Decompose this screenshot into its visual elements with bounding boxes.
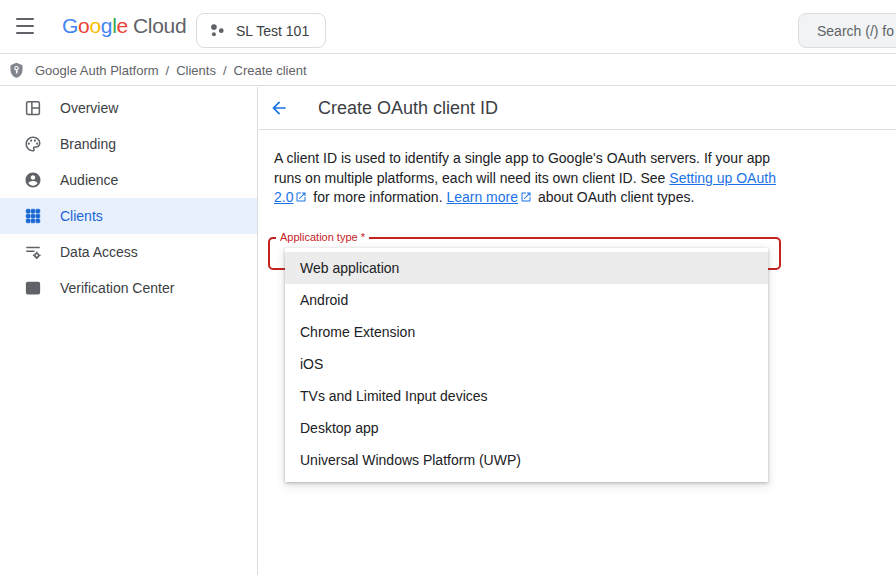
menu-option-android[interactable]: Android [285,284,768,316]
sidebar-item-clients[interactable]: Clients [0,198,257,234]
project-name: SL Test 101 [236,23,309,39]
project-selector[interactable]: SL Test 101 [196,13,326,48]
account-circle-icon [24,171,42,189]
sidebar-item-label: Audience [60,172,118,188]
menu-option-desktop-app[interactable]: Desktop app [285,412,768,444]
breadcrumb-google-auth-platform[interactable]: Google Auth Platform [35,63,159,78]
sidebar-item-label: Clients [60,208,103,224]
breadcrumb-separator: / [223,63,227,78]
menu-icon[interactable] [16,18,36,34]
breadcrumb: Google Auth Platform / Clients / Create … [0,55,896,86]
overview-icon [24,99,42,117]
arrow-back-icon [269,98,289,118]
sidebar-item-audience[interactable]: Audience [0,162,257,198]
sidebar-item-data-access[interactable]: Data Access [0,234,257,270]
page-title: Create OAuth client ID [318,98,498,119]
client-id-description: A client ID is used to identify a single… [274,149,782,208]
sidebar-item-branding[interactable]: Branding [0,126,257,162]
logo-letter: o [89,14,100,37]
search-input[interactable] [798,13,896,48]
menu-option-tvs-limited-input[interactable]: TVs and Limited Input devices [285,380,768,412]
logo-letter: g [101,14,112,37]
back-button[interactable] [269,96,293,120]
menu-option-web-application[interactable]: Web application [285,252,768,284]
main-content: Create OAuth client ID A client ID is us… [259,87,896,575]
external-link-icon [295,189,307,201]
menu-option-chrome-extension[interactable]: Chrome Extension [285,316,768,348]
apps-grid-icon [24,207,42,225]
description-text: for more information. [309,189,446,205]
application-type-menu: Web application Android Chrome Extension… [285,248,768,482]
google-cloud-logo: GoogleCloud [62,14,186,38]
logo-letter: G [62,14,78,37]
learn-more-link[interactable]: Learn more [446,189,518,205]
data-access-icon [24,243,42,261]
sidebar-item-overview[interactable]: Overview [0,90,257,126]
logo-cloud-text: Cloud [133,14,186,37]
palette-icon [24,135,42,153]
sidebar-item-label: Verification Center [60,280,174,296]
description-text: about OAuth client types. [534,189,694,205]
verification-icon [24,279,42,297]
project-dots-icon [209,22,226,39]
sidebar-item-label: Data Access [60,244,138,260]
sidebar-item-label: Overview [60,100,118,116]
sidebar-item-label: Branding [60,136,116,152]
page-header: Create OAuth client ID [259,87,896,130]
breadcrumb-clients[interactable]: Clients [176,63,216,78]
top-bar: GoogleCloud SL Test 101 [0,0,896,54]
sidebar-item-verification-center[interactable]: Verification Center [0,270,257,306]
auth-shield-icon [8,61,25,80]
screen: GoogleCloud SL Test 101 Google Auth Plat… [0,0,896,575]
menu-option-uwp[interactable]: Universal Windows Platform (UWP) [285,444,768,476]
breadcrumb-create-client[interactable]: Create client [234,63,307,78]
menu-option-ios[interactable]: iOS [285,348,768,380]
logo-letter: e [117,14,128,37]
logo-letter: o [78,14,89,37]
application-type-label: Application type * [276,231,369,243]
breadcrumb-separator: / [166,63,170,78]
sidebar: Overview Branding Audience Clients Data … [0,87,258,575]
external-link-icon [520,189,532,201]
